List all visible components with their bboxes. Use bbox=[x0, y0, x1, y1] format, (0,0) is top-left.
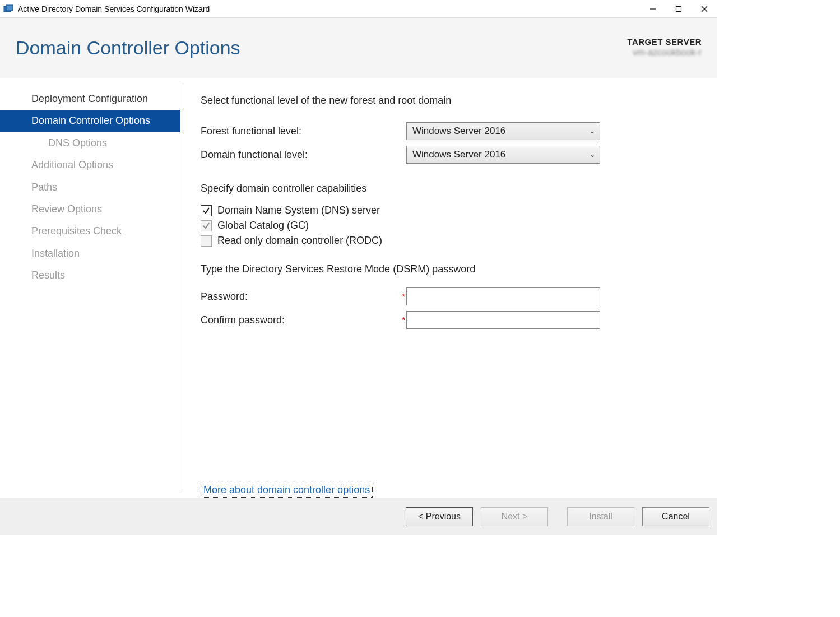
domain-functional-level-label: Domain functional level: bbox=[201, 149, 400, 161]
step-prerequisites-check: Prerequisites Check bbox=[0, 220, 180, 242]
previous-button[interactable]: < Previous bbox=[406, 507, 473, 526]
svg-rect-1 bbox=[6, 5, 13, 11]
target-server-label: TARGET SERVER bbox=[627, 37, 702, 47]
domain-functional-level-dropdown[interactable]: Windows Server 2016 ⌄ bbox=[406, 146, 600, 164]
functional-level-heading: Select functional level of the new fores… bbox=[201, 95, 700, 106]
step-deployment-configuration[interactable]: Deployment Configuration bbox=[0, 88, 180, 110]
password-field[interactable] bbox=[406, 287, 600, 305]
forest-functional-level-value: Windows Server 2016 bbox=[412, 126, 505, 137]
install-button: Install bbox=[567, 507, 634, 526]
page-header: Domain Controller Options TARGET SERVER … bbox=[0, 18, 717, 78]
rodc-label: Read only domain controller (RODC) bbox=[217, 235, 382, 247]
step-dns-options: DNS Options bbox=[0, 132, 180, 154]
required-asterisk: * bbox=[400, 316, 405, 324]
wizard-footer: < Previous Next > Install Cancel bbox=[0, 498, 717, 535]
global-catalog-label: Global Catalog (GC) bbox=[217, 220, 309, 231]
target-server-name: vm-azcookbook-r bbox=[627, 48, 702, 58]
page-title: Domain Controller Options bbox=[16, 37, 240, 59]
forest-functional-level-label: Forest functional level: bbox=[201, 126, 400, 137]
password-label: Password: bbox=[201, 291, 400, 303]
next-button: Next > bbox=[481, 507, 548, 526]
chevron-down-icon: ⌄ bbox=[590, 127, 595, 135]
step-domain-controller-options[interactable]: Domain Controller Options bbox=[0, 110, 180, 132]
maximize-button[interactable] bbox=[666, 0, 692, 18]
window-title: Active Directory Domain Services Configu… bbox=[18, 4, 640, 13]
step-additional-options: Additional Options bbox=[0, 154, 180, 176]
svg-rect-3 bbox=[676, 6, 681, 11]
global-catalog-checkbox bbox=[201, 220, 212, 231]
confirm-password-label: Confirm password: bbox=[201, 314, 400, 326]
dns-server-label: Domain Name System (DNS) server bbox=[217, 205, 380, 216]
required-asterisk: * bbox=[400, 292, 405, 301]
dns-server-checkbox[interactable] bbox=[201, 205, 212, 216]
step-installation: Installation bbox=[0, 243, 180, 265]
cancel-button[interactable]: Cancel bbox=[642, 507, 709, 526]
domain-functional-level-value: Windows Server 2016 bbox=[412, 149, 505, 160]
step-review-options: Review Options bbox=[0, 198, 180, 220]
target-server-block: TARGET SERVER vm-azcookbook-r bbox=[627, 37, 702, 58]
chevron-down-icon: ⌄ bbox=[590, 151, 595, 159]
content-pane: Select functional level of the new fores… bbox=[180, 78, 717, 498]
wizard-steps-sidebar: Deployment Configuration Domain Controll… bbox=[0, 85, 180, 491]
rodc-checkbox bbox=[201, 235, 212, 247]
app-icon bbox=[3, 4, 13, 14]
confirm-password-field[interactable] bbox=[406, 311, 600, 329]
more-about-link[interactable]: More about domain controller options bbox=[201, 483, 373, 498]
forest-functional-level-dropdown[interactable]: Windows Server 2016 ⌄ bbox=[406, 122, 600, 140]
step-paths: Paths bbox=[0, 177, 180, 198]
close-button[interactable] bbox=[692, 0, 717, 18]
capabilities-heading: Specify domain controller capabilities bbox=[201, 183, 700, 194]
step-results: Results bbox=[0, 265, 180, 286]
dsrm-heading: Type the Directory Services Restore Mode… bbox=[201, 263, 700, 275]
minimize-button[interactable] bbox=[640, 0, 666, 18]
title-bar: Active Directory Domain Services Configu… bbox=[0, 0, 717, 18]
